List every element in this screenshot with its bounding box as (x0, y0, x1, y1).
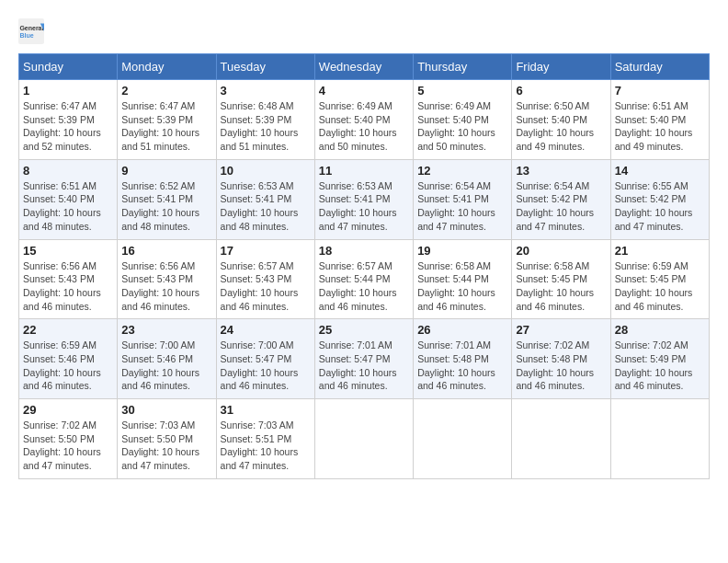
day-detail: Sunrise: 7:02 AM Sunset: 5:50 PM Dayligh… (23, 419, 113, 473)
calendar-week-row: 15 Sunrise: 6:56 AM Sunset: 5:43 PM Dayl… (19, 239, 710, 319)
calendar-week-row: 8 Sunrise: 6:51 AM Sunset: 5:40 PM Dayli… (19, 159, 710, 239)
day-detail: Sunrise: 7:00 AM Sunset: 5:47 PM Dayligh… (221, 339, 311, 393)
day-number: 22 (23, 323, 113, 337)
day-detail: Sunrise: 6:53 AM Sunset: 5:41 PM Dayligh… (221, 179, 311, 234)
calendar-cell: 2 Sunrise: 6:47 AM Sunset: 5:39 PM Dayli… (118, 80, 216, 160)
calendar-cell: 15 Sunrise: 6:56 AM Sunset: 5:43 PM Dayl… (19, 239, 118, 319)
day-detail: Sunrise: 6:54 AM Sunset: 5:42 PM Dayligh… (516, 179, 606, 234)
day-number: 15 (23, 244, 113, 258)
day-detail: Sunrise: 6:49 AM Sunset: 5:40 PM Dayligh… (319, 99, 409, 154)
day-detail: Sunrise: 6:59 AM Sunset: 5:46 PM Dayligh… (23, 339, 113, 393)
day-detail: Sunrise: 6:58 AM Sunset: 5:45 PM Dayligh… (516, 259, 606, 314)
day-number: 7 (615, 84, 705, 98)
calendar-cell: 3 Sunrise: 6:48 AM Sunset: 5:39 PM Dayli… (216, 80, 314, 160)
calendar-cell (414, 399, 512, 479)
calendar-cell: 26 Sunrise: 7:01 AM Sunset: 5:48 PM Dayl… (414, 319, 512, 399)
day-detail: Sunrise: 6:55 AM Sunset: 5:42 PM Dayligh… (615, 179, 705, 234)
calendar-week-row: 1 Sunrise: 6:47 AM Sunset: 5:39 PM Dayli… (19, 80, 710, 160)
day-detail: Sunrise: 6:57 AM Sunset: 5:44 PM Dayligh… (319, 259, 409, 314)
day-detail: Sunrise: 6:54 AM Sunset: 5:41 PM Dayligh… (417, 179, 507, 234)
calendar-cell: 25 Sunrise: 7:01 AM Sunset: 5:47 PM Dayl… (314, 319, 413, 399)
day-number: 19 (417, 244, 507, 258)
day-detail: Sunrise: 6:58 AM Sunset: 5:44 PM Dayligh… (417, 259, 507, 314)
calendar-cell: 22 Sunrise: 6:59 AM Sunset: 5:46 PM Dayl… (19, 319, 118, 399)
day-number: 23 (121, 323, 211, 337)
calendar-cell: 1 Sunrise: 6:47 AM Sunset: 5:39 PM Dayli… (19, 80, 118, 160)
day-number: 4 (319, 84, 409, 98)
day-number: 20 (516, 244, 606, 258)
calendar-cell: 30 Sunrise: 7:03 AM Sunset: 5:50 PM Dayl… (118, 399, 216, 479)
calendar-cell: 10 Sunrise: 6:53 AM Sunset: 5:41 PM Dayl… (216, 159, 314, 239)
day-detail: Sunrise: 6:50 AM Sunset: 5:40 PM Dayligh… (516, 99, 606, 154)
calendar-week-row: 22 Sunrise: 6:59 AM Sunset: 5:46 PM Dayl… (19, 319, 710, 399)
calendar-cell: 31 Sunrise: 7:03 AM Sunset: 5:51 PM Dayl… (216, 399, 314, 479)
day-number: 13 (516, 164, 606, 178)
header-day: Saturday (610, 54, 709, 80)
header-day: Sunday (19, 54, 118, 80)
calendar-cell: 8 Sunrise: 6:51 AM Sunset: 5:40 PM Dayli… (19, 159, 118, 239)
day-detail: Sunrise: 6:56 AM Sunset: 5:43 PM Dayligh… (121, 259, 211, 314)
calendar-header: SundayMondayTuesdayWednesdayThursdayFrid… (19, 54, 710, 80)
calendar-cell: 11 Sunrise: 6:53 AM Sunset: 5:41 PM Dayl… (314, 159, 413, 239)
day-number: 24 (221, 323, 311, 337)
day-detail: Sunrise: 6:49 AM Sunset: 5:40 PM Dayligh… (417, 99, 507, 154)
calendar-cell: 24 Sunrise: 7:00 AM Sunset: 5:47 PM Dayl… (216, 319, 314, 399)
day-number: 25 (319, 323, 409, 337)
calendar-cell: 21 Sunrise: 6:59 AM Sunset: 5:45 PM Dayl… (610, 239, 709, 319)
calendar-cell: 13 Sunrise: 6:54 AM Sunset: 5:42 PM Dayl… (512, 159, 610, 239)
day-detail: Sunrise: 6:47 AM Sunset: 5:39 PM Dayligh… (23, 99, 113, 154)
day-number: 16 (121, 244, 211, 258)
calendar-cell: 16 Sunrise: 6:56 AM Sunset: 5:43 PM Dayl… (118, 239, 216, 319)
day-detail: Sunrise: 6:53 AM Sunset: 5:41 PM Dayligh… (319, 179, 409, 234)
day-number: 11 (319, 164, 409, 178)
day-number: 26 (417, 323, 507, 337)
calendar-cell (314, 399, 413, 479)
day-number: 6 (516, 84, 606, 98)
calendar-cell: 5 Sunrise: 6:49 AM Sunset: 5:40 PM Dayli… (414, 80, 512, 160)
calendar-cell: 9 Sunrise: 6:52 AM Sunset: 5:41 PM Dayli… (118, 159, 216, 239)
day-number: 14 (615, 164, 705, 178)
calendar-cell: 6 Sunrise: 6:50 AM Sunset: 5:40 PM Dayli… (512, 80, 610, 160)
header-day: Wednesday (314, 54, 413, 80)
day-number: 1 (23, 84, 113, 98)
calendar-cell: 17 Sunrise: 6:57 AM Sunset: 5:43 PM Dayl… (216, 239, 314, 319)
calendar-cell (610, 399, 709, 479)
day-detail: Sunrise: 7:02 AM Sunset: 5:48 PM Dayligh… (516, 339, 606, 393)
day-detail: Sunrise: 6:57 AM Sunset: 5:43 PM Dayligh… (221, 259, 311, 314)
day-number: 10 (221, 164, 311, 178)
page-header: General Blue (18, 18, 710, 44)
calendar-body: 1 Sunrise: 6:47 AM Sunset: 5:39 PM Dayli… (19, 80, 710, 479)
day-number: 5 (417, 84, 507, 98)
day-detail: Sunrise: 6:47 AM Sunset: 5:39 PM Dayligh… (121, 99, 211, 154)
day-number: 3 (221, 84, 311, 98)
calendar-cell: 4 Sunrise: 6:49 AM Sunset: 5:40 PM Dayli… (314, 80, 413, 160)
day-number: 30 (121, 403, 211, 417)
calendar-cell: 12 Sunrise: 6:54 AM Sunset: 5:41 PM Dayl… (414, 159, 512, 239)
day-number: 27 (516, 323, 606, 337)
calendar-cell: 19 Sunrise: 6:58 AM Sunset: 5:44 PM Dayl… (414, 239, 512, 319)
day-detail: Sunrise: 6:56 AM Sunset: 5:43 PM Dayligh… (23, 259, 113, 314)
calendar-week-row: 29 Sunrise: 7:02 AM Sunset: 5:50 PM Dayl… (19, 399, 710, 479)
header-day: Tuesday (216, 54, 314, 80)
day-number: 21 (615, 244, 705, 258)
svg-rect-0 (18, 18, 44, 44)
calendar-cell: 14 Sunrise: 6:55 AM Sunset: 5:42 PM Dayl… (610, 159, 709, 239)
svg-text:General: General (19, 25, 43, 31)
day-number: 29 (23, 403, 113, 417)
logo-icon: General Blue (18, 18, 44, 44)
day-number: 17 (221, 244, 311, 258)
calendar-cell: 27 Sunrise: 7:02 AM Sunset: 5:48 PM Dayl… (512, 319, 610, 399)
header-day: Monday (118, 54, 216, 80)
calendar-cell (512, 399, 610, 479)
calendar-cell: 29 Sunrise: 7:02 AM Sunset: 5:50 PM Dayl… (19, 399, 118, 479)
day-detail: Sunrise: 7:03 AM Sunset: 5:50 PM Dayligh… (121, 419, 211, 473)
day-number: 9 (121, 164, 211, 178)
day-detail: Sunrise: 7:02 AM Sunset: 5:49 PM Dayligh… (615, 339, 705, 393)
day-detail: Sunrise: 6:51 AM Sunset: 5:40 PM Dayligh… (23, 179, 113, 234)
day-number: 8 (23, 164, 113, 178)
day-detail: Sunrise: 6:52 AM Sunset: 5:41 PM Dayligh… (121, 179, 211, 234)
day-detail: Sunrise: 7:00 AM Sunset: 5:46 PM Dayligh… (121, 339, 211, 393)
header-day: Thursday (414, 54, 512, 80)
svg-text:Blue: Blue (19, 32, 33, 39)
day-number: 31 (221, 403, 311, 417)
